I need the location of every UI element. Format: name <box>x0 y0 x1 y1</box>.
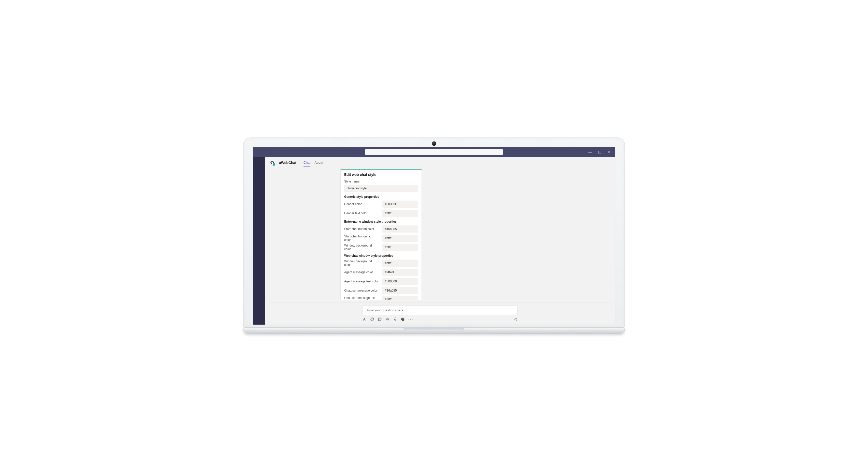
header-text-color-label: Header text color <box>344 211 379 215</box>
enter-name-section-heading: Enter-name window style properties <box>344 220 418 224</box>
window-controls: — ▢ ✕ <box>586 147 613 157</box>
svg-point-5 <box>380 318 380 319</box>
webchat-window-bg-label: Window background color <box>344 260 379 267</box>
priority-icon[interactable] <box>385 317 390 321</box>
app-header: uWebChat Chat About <box>265 157 615 169</box>
agent-message-text-color-row: Agent message text color <box>344 278 418 285</box>
generic-section-heading: Generic style properties <box>344 195 418 199</box>
chatuser-message-text-color-input[interactable] <box>382 296 418 300</box>
agent-message-color-label: Agent message color <box>344 270 379 274</box>
uwebchat-logo-icon <box>269 160 275 166</box>
screen: — ▢ ✕ uWebChat Chat About <box>253 147 615 325</box>
webchat-window-bg-row: Window background color <box>344 260 418 267</box>
compose-toolbar: ··· <box>363 317 518 322</box>
lightbulb-icon[interactable] <box>393 317 397 321</box>
emoji-icon[interactable] <box>370 317 374 321</box>
header-text-color-row: Header text color <box>344 210 418 217</box>
compose-area: Type your questions here ··· <box>265 300 615 325</box>
startchat-button-text-color-row: Start-chat button text color <box>344 235 418 242</box>
chatuser-message-color-input[interactable] <box>382 287 418 294</box>
content-area: Edit web chat style Style name Generic s… <box>265 169 615 300</box>
header-color-input[interactable] <box>382 201 418 208</box>
chatuser-message-text-color-row: Chatuser message text color <box>344 296 418 300</box>
chatuser-message-color-label: Chatuser message color <box>344 289 379 292</box>
main-pane: uWebChat Chat About Edit web chat style … <box>265 157 615 325</box>
app-icon[interactable] <box>401 317 405 321</box>
style-editor-card: Edit web chat style Style name Generic s… <box>340 169 422 300</box>
titlebar: — ▢ ✕ <box>253 147 615 157</box>
startchat-button-color-row: Start-chat button color <box>344 226 418 233</box>
style-name-input[interactable] <box>344 185 418 192</box>
webchat-window-bg-input[interactable] <box>382 260 418 267</box>
svg-point-0 <box>371 318 374 321</box>
header-color-label: Header color <box>344 202 379 206</box>
tabs: Chat About <box>304 159 323 167</box>
svg-point-2 <box>372 318 373 319</box>
compose-input[interactable]: Type your questions here <box>363 306 518 315</box>
search-input[interactable] <box>365 149 503 155</box>
more-icon[interactable]: ··· <box>408 317 413 322</box>
format-icon[interactable] <box>363 317 367 321</box>
svg-rect-3 <box>378 318 381 321</box>
maximize-button[interactable]: ▢ <box>596 148 603 156</box>
startchat-button-text-color-label: Start-chat button text color <box>344 235 379 242</box>
app-body: uWebChat Chat About Edit web chat style … <box>253 157 615 325</box>
card-title: Edit web chat style <box>344 173 418 177</box>
header-text-color-input[interactable] <box>382 210 418 217</box>
agent-message-text-color-input[interactable] <box>382 278 418 285</box>
style-name-label: Style name <box>344 180 418 183</box>
tab-chat[interactable]: Chat <box>304 159 310 167</box>
webchat-section-heading: Web chat window style properties <box>344 254 418 258</box>
laptop-frame: — ▢ ✕ uWebChat Chat About <box>243 137 625 334</box>
chatuser-message-color-row: Chatuser message color <box>344 287 418 294</box>
send-icon[interactable] <box>514 317 518 321</box>
left-rail <box>253 157 265 325</box>
close-button[interactable]: ✕ <box>606 148 613 156</box>
enter-window-bg-label: Window background color <box>344 244 379 251</box>
camera-icon <box>432 141 436 146</box>
startchat-button-color-input[interactable] <box>382 226 418 233</box>
enter-window-bg-input[interactable] <box>382 244 418 251</box>
tab-about[interactable]: About <box>314 159 323 167</box>
chatuser-message-text-color-label: Chatuser message text color <box>344 296 379 300</box>
svg-point-4 <box>379 318 379 319</box>
enter-window-bg-row: Window background color <box>344 244 418 251</box>
agent-message-text-color-label: Agent message text color <box>344 279 379 283</box>
startchat-button-text-color-input[interactable] <box>382 235 418 242</box>
agent-message-color-row: Agent message color <box>344 269 418 276</box>
header-color-row: Header color <box>344 201 418 208</box>
minimize-button[interactable]: — <box>586 148 594 156</box>
laptop-bezel: — ▢ ✕ uWebChat Chat About <box>243 137 625 328</box>
svg-point-1 <box>371 318 372 319</box>
laptop-base <box>243 328 625 334</box>
sticker-icon[interactable] <box>378 317 382 321</box>
agent-message-color-input[interactable] <box>382 269 418 276</box>
startchat-button-color-label: Start-chat button color <box>344 227 379 231</box>
app-title: uWebChat <box>279 161 297 165</box>
